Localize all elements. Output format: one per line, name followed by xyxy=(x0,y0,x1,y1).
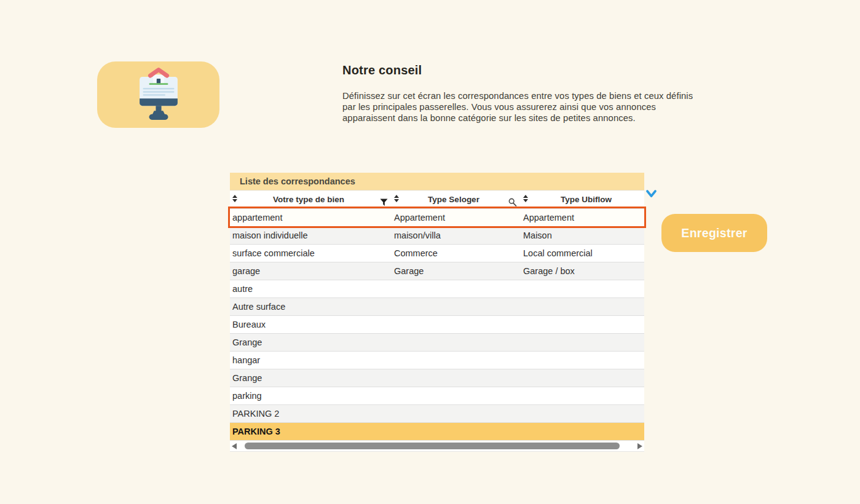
scrollbar-track[interactable] xyxy=(239,443,636,450)
table-row[interactable]: parking xyxy=(230,387,644,404)
table-body: appartement Appartement Appartement mais… xyxy=(230,208,644,441)
cell-type-ubiflow xyxy=(521,352,644,369)
cell-type-seloger xyxy=(392,423,521,440)
cell-type-seloger xyxy=(392,352,521,369)
advice-section: Notre conseil Définissez sur cet écran l… xyxy=(342,63,708,124)
column-label: Type Ubiflow xyxy=(528,195,644,204)
cell-type-ubiflow xyxy=(521,369,644,387)
horizontal-scrollbar[interactable] xyxy=(230,441,644,452)
table-row[interactable]: hangar xyxy=(230,351,644,369)
cell-votre-type-de-bien: garage xyxy=(230,262,392,280)
cell-votre-type-de-bien: parking xyxy=(230,387,392,404)
column-label: Type Seloger xyxy=(399,195,508,204)
cell-type-seloger: Garage xyxy=(392,262,521,280)
cell-votre-type-de-bien: appartement xyxy=(230,209,392,226)
cell-type-ubiflow xyxy=(521,387,644,404)
table-row[interactable]: surface commerciale Commerce Local comme… xyxy=(230,244,644,262)
cell-type-ubiflow xyxy=(521,316,644,333)
cell-votre-type-de-bien: PARKING 2 xyxy=(230,405,392,422)
cell-type-seloger xyxy=(392,280,521,297)
cell-type-ubiflow xyxy=(521,423,644,440)
table-row[interactable]: autre xyxy=(230,280,644,297)
advice-title: Notre conseil xyxy=(342,63,708,77)
cell-type-ubiflow xyxy=(521,280,644,297)
table-row[interactable]: appartement Appartement Appartement xyxy=(230,208,644,226)
cell-type-seloger xyxy=(392,298,521,315)
table-row[interactable]: Grange xyxy=(230,333,644,351)
cell-type-seloger xyxy=(392,369,521,387)
cell-type-seloger xyxy=(392,316,521,333)
table-caption: Liste des correspondances xyxy=(230,173,644,191)
cell-type-seloger: Commerce xyxy=(392,245,521,262)
cell-type-ubiflow xyxy=(521,298,644,315)
cell-type-ubiflow xyxy=(521,405,644,422)
search-icon[interactable] xyxy=(508,198,517,207)
save-button[interactable]: Enregistrer xyxy=(661,214,767,252)
cell-type-ubiflow xyxy=(521,334,644,351)
scroll-left-arrow[interactable] xyxy=(232,443,237,449)
column-header-type-ubiflow[interactable]: Type Ubiflow xyxy=(521,191,644,208)
table-row[interactable]: Bureaux xyxy=(230,315,644,333)
cell-votre-type-de-bien: Autre surface xyxy=(230,298,392,315)
table-row[interactable]: garage Garage Garage / box xyxy=(230,262,644,280)
scrollbar-thumb[interactable] xyxy=(245,443,620,449)
cell-votre-type-de-bien: Grange xyxy=(230,369,392,387)
monitor-house-icon xyxy=(128,66,189,123)
cell-votre-type-de-bien: Grange xyxy=(230,334,392,351)
cell-type-seloger: Appartement xyxy=(392,209,521,226)
cell-votre-type-de-bien: surface commerciale xyxy=(230,245,392,262)
correspondence-table: Liste des correspondances Votre type de … xyxy=(230,173,644,452)
cell-votre-type-de-bien: Bureaux xyxy=(230,316,392,333)
table-row[interactable]: Autre surface xyxy=(230,297,644,315)
table-row[interactable]: PARKING 3 xyxy=(230,422,644,440)
column-label: Votre type de bien xyxy=(237,195,380,204)
table-row[interactable]: PARKING 2 xyxy=(230,404,644,422)
column-header-type-seloger[interactable]: Type Seloger xyxy=(392,191,521,208)
table-row[interactable]: maison individuelle maison/villa Maison xyxy=(230,226,644,244)
cell-type-seloger: maison/villa xyxy=(392,227,521,244)
sort-icon[interactable] xyxy=(232,195,237,202)
column-header-votre-type-de-bien[interactable]: Votre type de bien xyxy=(230,191,392,208)
sort-icon[interactable] xyxy=(523,195,528,202)
advice-body: Définissez sur cet écran les corresponda… xyxy=(342,90,708,124)
cell-votre-type-de-bien: autre xyxy=(230,280,392,297)
cell-type-ubiflow: Appartement xyxy=(521,209,644,226)
cell-type-seloger xyxy=(392,334,521,351)
sort-icon[interactable] xyxy=(394,195,399,202)
advice-icon-card xyxy=(97,61,219,128)
cell-votre-type-de-bien: hangar xyxy=(230,352,392,369)
cell-type-ubiflow: Garage / box xyxy=(521,262,644,280)
table-header-row: Votre type de bien Type Seloger Type Ubi… xyxy=(230,191,644,208)
cell-type-ubiflow: Maison xyxy=(521,227,644,244)
cell-type-ubiflow: Local commercial xyxy=(521,245,644,262)
filter-icon[interactable] xyxy=(380,199,388,207)
scroll-right-arrow[interactable] xyxy=(637,443,642,449)
cell-type-seloger xyxy=(392,405,521,422)
table-row[interactable]: Grange xyxy=(230,369,644,387)
cell-type-seloger xyxy=(392,387,521,404)
chevron-down-icon[interactable] xyxy=(646,190,657,198)
cell-votre-type-de-bien: PARKING 3 xyxy=(230,423,392,440)
cell-votre-type-de-bien: maison individuelle xyxy=(230,227,392,244)
